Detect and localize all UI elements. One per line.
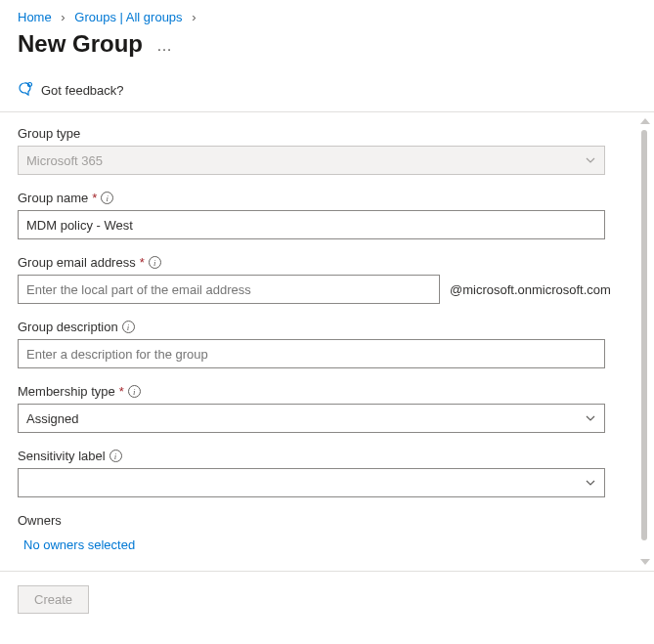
- scroll-up-icon[interactable]: [640, 118, 650, 124]
- group-type-value: Microsoft 365: [26, 153, 103, 168]
- form-scroll-area: Group type Microsoft 365 Group name * i …: [0, 112, 654, 572]
- footer: Create: [0, 572, 654, 627]
- owners-heading: Owners: [18, 513, 636, 528]
- group-type-select[interactable]: Microsoft 365: [18, 146, 605, 175]
- info-icon[interactable]: i: [128, 385, 141, 398]
- group-name-input[interactable]: [18, 210, 605, 239]
- feedback-label: Got feedback?: [41, 83, 124, 98]
- group-email-input[interactable]: [18, 275, 440, 304]
- sensitivity-label-label: Sensitivity label: [18, 449, 106, 463]
- group-name-label: Group name: [18, 191, 88, 205]
- membership-type-label: Membership type: [18, 384, 115, 399]
- page-title: New Group: [18, 30, 143, 58]
- required-indicator: *: [92, 191, 97, 205]
- sensitivity-label-select[interactable]: [18, 468, 605, 497]
- chevron-down-icon: [585, 477, 596, 489]
- required-indicator: *: [119, 384, 124, 399]
- scrollbar[interactable]: [639, 118, 651, 565]
- chevron-right-icon: ›: [61, 10, 65, 24]
- group-type-label: Group type: [18, 126, 80, 141]
- owners-link[interactable]: No owners selected: [18, 537, 135, 552]
- info-icon[interactable]: i: [149, 256, 161, 269]
- create-button[interactable]: Create: [18, 585, 89, 614]
- breadcrumb-groups[interactable]: Groups | All groups: [74, 10, 182, 24]
- membership-type-select[interactable]: Assigned: [18, 404, 605, 433]
- more-actions-button[interactable]: …: [156, 33, 173, 55]
- info-icon[interactable]: i: [122, 321, 135, 333]
- info-icon[interactable]: i: [101, 192, 113, 204]
- feedback-icon: [18, 81, 33, 100]
- chevron-down-icon: [585, 412, 596, 424]
- group-email-label: Group email address: [18, 255, 136, 270]
- scroll-thumb[interactable]: [641, 130, 647, 540]
- chevron-right-icon: ›: [192, 10, 196, 24]
- email-domain-suffix: @microsoft.onmicrosoft.com: [450, 282, 611, 297]
- group-description-label: Group description: [18, 320, 118, 334]
- group-description-input[interactable]: [18, 339, 605, 368]
- required-indicator: *: [140, 255, 145, 270]
- chevron-down-icon: [585, 154, 596, 166]
- membership-type-value: Assigned: [26, 411, 78, 426]
- page-header: New Group …: [0, 28, 654, 71]
- info-icon[interactable]: i: [109, 450, 122, 462]
- feedback-button[interactable]: Got feedback?: [0, 71, 654, 112]
- breadcrumb: Home › Groups | All groups ›: [0, 0, 654, 28]
- breadcrumb-home[interactable]: Home: [18, 10, 52, 24]
- scroll-down-icon[interactable]: [640, 559, 650, 565]
